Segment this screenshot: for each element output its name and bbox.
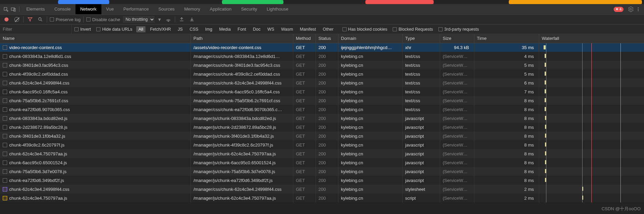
- has-blocked-cookies-checkbox[interactable]: Has blocked cookies: [342, 27, 388, 32]
- col-header-time[interactable]: Time: [474, 34, 539, 43]
- request-path: /manager/js/chunk-4f39c8c2.6c20797f.js: [191, 140, 293, 149]
- waterfall-cell: [539, 114, 644, 123]
- blocked-requests-checkbox[interactable]: Blocked Requests: [393, 27, 433, 32]
- request-type: text/css: [402, 87, 440, 96]
- file-type-icon: [3, 160, 7, 165]
- table-row[interactable]: chunk-62c4c3e4.24998f44.css/manager/css/…: [0, 78, 644, 87]
- tab-performance[interactable]: Performance: [118, 4, 153, 14]
- file-type-icon: [3, 72, 7, 76]
- filter-type-font[interactable]: Font: [235, 26, 249, 32]
- filter-type-css[interactable]: CSS: [187, 26, 201, 32]
- table-row[interactable]: video-recorder-content.css/assets/video-…: [0, 43, 644, 52]
- request-path: /manager/css/chunk-4f39c8c2.cef0ddad.css: [191, 70, 293, 78]
- table-row[interactable]: chunk-62c4c3e4.750797aa.js/manager/js/ch…: [0, 194, 644, 202]
- export-har-icon[interactable]: [188, 16, 196, 23]
- col-header-type[interactable]: Type: [402, 34, 440, 43]
- table-row[interactable]: chunk-75a5f3b6.3d7e0078.js/manager/js/ch…: [0, 167, 644, 176]
- request-type: text/css: [402, 96, 440, 105]
- table-row[interactable]: chunk-62c4c3e4.24998f44.css/manager/css/…: [0, 185, 644, 194]
- tab-security[interactable]: Security: [236, 4, 262, 14]
- filter-type-wasm[interactable]: Wasm: [279, 26, 295, 32]
- table-row[interactable]: chunk-ea72f0d6.9070b365.css/manager/css/…: [0, 105, 644, 114]
- request-path: /manager/css/chunk-0833843a.12e8d6d1…: [191, 52, 293, 61]
- table-row[interactable]: chunk-62c4c3e4.750797aa.js/manager/js/ch…: [0, 149, 644, 158]
- more-menu-icon[interactable]: [634, 5, 642, 13]
- request-size: (ServiceWor…: [440, 176, 474, 185]
- request-time: 8 ms: [474, 167, 539, 176]
- tab-memory[interactable]: Memory: [179, 4, 205, 14]
- tab-console[interactable]: Console: [50, 4, 75, 14]
- request-type: javascript: [402, 123, 440, 132]
- request-path: /manager/css/chunk-3f401de3.fac954c3.css: [191, 61, 293, 70]
- filter-type-all[interactable]: All: [136, 26, 146, 32]
- waterfall-cell: [539, 105, 644, 114]
- request-path: /manager/js/chunk-2d238672.89a5bc28.js: [191, 123, 293, 132]
- settings-gear-icon[interactable]: [627, 5, 634, 13]
- request-method: GET: [293, 167, 316, 176]
- clear-button[interactable]: [13, 16, 20, 23]
- request-status: 200: [316, 52, 338, 61]
- col-header-size[interactable]: Size: [440, 34, 474, 43]
- tab-application[interactable]: Application: [205, 4, 236, 14]
- table-row[interactable]: chunk-3f401de3.1f0b4a32.js/manager/js/ch…: [0, 132, 644, 140]
- tab-network[interactable]: Network: [75, 4, 101, 14]
- filter-toggle-icon[interactable]: [26, 16, 34, 23]
- file-type-icon: [3, 178, 7, 183]
- col-header-status[interactable]: Status: [316, 34, 338, 43]
- request-path: /manager/js/chunk-6acc95c0.65001524.js: [191, 158, 293, 167]
- request-time: 8 ms: [474, 140, 539, 149]
- filter-type-media[interactable]: Media: [217, 26, 233, 32]
- table-row[interactable]: chunk-4f39c8c2.6c20797f.js/manager/js/ch…: [0, 140, 644, 149]
- request-type: javascript: [402, 167, 440, 176]
- request-size: (ServiceWor…: [440, 185, 474, 194]
- filter-input[interactable]: Filter: [0, 25, 72, 34]
- file-type-icon: [3, 54, 7, 59]
- col-header-domain[interactable]: Domain: [338, 34, 402, 43]
- inspect-element-icon[interactable]: [2, 5, 10, 13]
- col-header-name[interactable]: Name: [0, 34, 191, 43]
- table-row[interactable]: chunk-75a5f3b6.2c7691cf.css/manager/css/…: [0, 96, 644, 105]
- disable-cache-checkbox[interactable]: Disable cache: [86, 17, 120, 22]
- error-count-badge[interactable]: 4: [614, 7, 624, 12]
- hide-data-urls-checkbox[interactable]: Hide data URLs: [96, 27, 132, 32]
- request-domain: kylebing.cn: [338, 78, 402, 87]
- table-row[interactable]: chunk-4f39c8c2.cef0ddad.css/manager/css/…: [0, 70, 644, 78]
- record-button[interactable]: [3, 16, 10, 23]
- filter-type-js[interactable]: JS: [176, 26, 185, 32]
- table-row[interactable]: chunk-6acc95c0.16ffc5a4.css/manager/css/…: [0, 87, 644, 96]
- filter-type-manifest[interactable]: Manifest: [297, 26, 318, 32]
- tab-sources[interactable]: Sources: [154, 4, 180, 14]
- table-row[interactable]: chunk-ea72f0d6.349bdf2f.js/manager/js/ch…: [0, 176, 644, 185]
- search-icon[interactable]: [37, 16, 44, 23]
- request-status: 200: [316, 123, 338, 132]
- invert-checkbox[interactable]: Invert: [74, 27, 91, 32]
- tab-vue[interactable]: Vue: [101, 4, 119, 14]
- request-size: (ServiceWor…: [440, 114, 474, 123]
- filter-type-img[interactable]: Img: [203, 26, 215, 32]
- table-row[interactable]: chunk-2d238672.89a5bc28.js/manager/js/ch…: [0, 123, 644, 132]
- filter-type-ws[interactable]: WS: [265, 26, 277, 32]
- network-conditions-icon[interactable]: [165, 16, 172, 23]
- col-header-waterfall[interactable]: Waterfall: [539, 34, 644, 43]
- request-type: javascript: [402, 149, 440, 158]
- throttling-select[interactable]: No throttling: [123, 16, 155, 23]
- tab-lighthouse[interactable]: Lighthouse: [262, 4, 293, 14]
- table-row[interactable]: chunk-0833843a.12e8d6d1.css/manager/css/…: [0, 52, 644, 61]
- table-row[interactable]: chunk-0833843a.bdcd82ed.js/manager/js/ch…: [0, 114, 644, 123]
- preserve-log-checkbox[interactable]: Preserve log: [50, 17, 81, 22]
- filter-type-doc[interactable]: Doc: [251, 26, 263, 32]
- request-method: GET: [293, 87, 316, 96]
- import-har-icon[interactable]: [178, 16, 185, 23]
- third-party-checkbox[interactable]: 3rd-party requests: [438, 27, 479, 32]
- request-status: 200: [316, 140, 338, 149]
- filter-type-fetchxhr[interactable]: Fetch/XHR: [148, 26, 173, 32]
- col-header-path[interactable]: Path: [191, 34, 293, 43]
- device-toolbar-icon[interactable]: [10, 5, 17, 13]
- request-method: GET: [293, 185, 316, 194]
- filter-type-other[interactable]: Other: [320, 26, 336, 32]
- table-row[interactable]: chunk-6acc95c0.65001524.js/manager/js/ch…: [0, 158, 644, 167]
- tab-elements[interactable]: Elements: [22, 4, 50, 14]
- request-path: /manager/js/chunk-62c4c3e4.750797aa.js: [191, 194, 293, 202]
- col-header-method[interactable]: Method: [293, 34, 316, 43]
- table-row[interactable]: chunk-3f401de3.fac954c3.css/manager/css/…: [0, 61, 644, 70]
